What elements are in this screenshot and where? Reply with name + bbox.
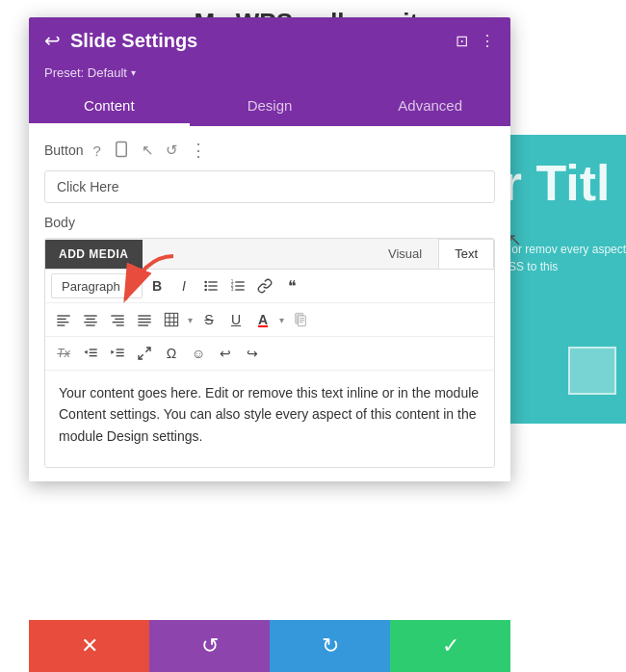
svg-rect-11 — [235, 285, 244, 286]
undo-icon[interactable]: ↺ — [164, 142, 180, 159]
link-button[interactable] — [252, 273, 277, 298]
align-right-button[interactable] — [105, 307, 130, 332]
svg-rect-26 — [138, 315, 150, 316]
table-dropdown-arrow[interactable]: ▾ — [186, 315, 195, 325]
editor-redo-button[interactable]: ↪ — [240, 341, 265, 366]
tab-advanced[interactable]: Advanced — [350, 88, 510, 126]
editor-content[interactable]: Your content goes here. Edit or remove t… — [45, 371, 494, 467]
editor-tab-text[interactable]: Text — [438, 239, 494, 269]
strikethrough-button[interactable]: S — [196, 307, 222, 332]
underline-button[interactable]: U — [223, 307, 248, 332]
button-text-input[interactable] — [44, 170, 495, 203]
panel-header: ↩ Slide Settings ⊡ ⋮ — [29, 17, 510, 62]
bold-button[interactable]: B — [144, 273, 170, 298]
emoji-button[interactable]: ☺ — [186, 341, 211, 366]
svg-rect-42 — [90, 355, 97, 356]
panel-tabs: Content Design Advanced — [29, 88, 510, 126]
svg-rect-23 — [115, 319, 123, 320]
panel-header-right: ⊡ ⋮ — [456, 32, 495, 50]
svg-rect-18 — [84, 315, 96, 316]
svg-marker-47 — [111, 350, 114, 354]
unordered-list-button[interactable] — [198, 273, 223, 298]
content-preview-area: ur Titl re. Edit or remov every aspect o… — [491, 135, 626, 424]
italic-button[interactable]: I — [171, 273, 196, 298]
svg-rect-14 — [57, 315, 69, 316]
svg-line-48 — [145, 348, 150, 352]
add-media-button[interactable]: ADD MEDIA — [45, 240, 143, 269]
cancel-button[interactable]: ✕ — [29, 620, 149, 672]
button-field-row: Button ? ↖ ↺ ⋮ — [44, 140, 495, 161]
preset-arrow-icon: ▾ — [131, 67, 136, 78]
preview-box — [568, 347, 616, 395]
more-vert-icon[interactable]: ⋮ — [480, 32, 495, 50]
svg-rect-41 — [90, 352, 97, 353]
svg-text:3.: 3. — [231, 287, 235, 292]
color-dropdown-arrow[interactable]: ▾ — [277, 315, 286, 325]
back-icon[interactable]: ↩ — [44, 29, 61, 52]
svg-line-49 — [139, 354, 143, 359]
align-justify-button[interactable] — [132, 307, 157, 332]
align-left-button[interactable] — [51, 307, 76, 332]
omega-button[interactable]: Ω — [159, 341, 184, 366]
svg-rect-29 — [138, 324, 148, 325]
svg-marker-43 — [84, 350, 87, 354]
svg-rect-13 — [235, 289, 244, 290]
slide-settings-panel: ↩ Slide Settings ⊡ ⋮ Preset: Default ▾ C… — [29, 17, 510, 481]
screenshot-icon[interactable]: ⊡ — [456, 32, 468, 50]
editor-tab-visual[interactable]: Visual — [372, 239, 438, 269]
svg-rect-7 — [208, 289, 217, 290]
pointer-icon[interactable]: ↖ — [140, 142, 156, 159]
svg-rect-15 — [57, 319, 65, 320]
tab-content[interactable]: Content — [29, 88, 190, 126]
ordered-list-button[interactable]: 1.2.3. — [225, 273, 250, 298]
svg-rect-36 — [298, 316, 305, 326]
editor-undo-button[interactable]: ↩ — [213, 341, 238, 366]
svg-rect-16 — [57, 322, 68, 323]
svg-rect-21 — [86, 324, 94, 325]
svg-rect-40 — [90, 349, 97, 349]
editor-container: ADD MEDIA Visual Text Paragraph B I 1.2.… — [44, 238, 495, 468]
editor-top-bar: ADD MEDIA Visual Text — [45, 239, 494, 270]
svg-rect-20 — [84, 322, 96, 323]
svg-rect-3 — [208, 281, 217, 282]
svg-rect-46 — [117, 355, 124, 356]
svg-point-4 — [204, 285, 207, 288]
svg-rect-22 — [111, 315, 123, 316]
panel-body: Button ? ↖ ↺ ⋮ Body ADD MEDIA Visual Tex — [29, 126, 510, 481]
redo-button[interactable]: ↻ — [270, 620, 390, 672]
blockquote-button[interactable]: ❝ — [279, 273, 304, 298]
outdent-button[interactable] — [78, 341, 103, 366]
panel-title: Slide Settings — [70, 30, 197, 52]
clear-formatting-button[interactable]: Tx — [51, 341, 76, 366]
svg-rect-17 — [57, 324, 65, 325]
preset-selector[interactable]: Preset: Default ▾ — [29, 62, 510, 88]
svg-rect-30 — [165, 313, 177, 325]
tab-design[interactable]: Design — [190, 88, 351, 126]
more-options-icon[interactable]: ⋮ — [188, 140, 208, 161]
toolbar-row-2: ▾ S U A ▾ — [45, 303, 494, 337]
bottom-action-bar: ✕ ↺ ↻ ✓ — [29, 620, 510, 672]
save-button[interactable]: ✓ — [390, 620, 510, 672]
fullscreen-button[interactable] — [132, 341, 157, 366]
svg-point-6 — [204, 289, 207, 292]
svg-rect-19 — [86, 319, 94, 320]
editor-view-tabs: Visual Text — [372, 239, 494, 269]
svg-rect-44 — [117, 349, 124, 349]
font-color-button[interactable]: A — [250, 307, 275, 332]
mobile-icon[interactable] — [111, 141, 132, 161]
indent-button[interactable] — [105, 341, 130, 366]
help-icon[interactable]: ? — [91, 142, 102, 159]
panel-header-left: ↩ Slide Settings — [44, 29, 197, 52]
svg-rect-24 — [113, 322, 124, 323]
undo-button[interactable]: ↺ — [149, 620, 270, 672]
svg-rect-25 — [117, 324, 124, 325]
paste-from-word-button[interactable] — [288, 307, 313, 332]
toolbar-row-1: Paragraph B I 1.2.3. ❝ — [45, 270, 494, 303]
preset-label: Preset: Default — [44, 65, 127, 80]
button-label: Button — [44, 142, 83, 158]
paragraph-select[interactable]: Paragraph — [51, 273, 143, 298]
svg-rect-28 — [138, 322, 150, 323]
align-center-button[interactable] — [78, 307, 103, 332]
table-button[interactable] — [159, 307, 184, 332]
svg-point-2 — [204, 281, 207, 284]
